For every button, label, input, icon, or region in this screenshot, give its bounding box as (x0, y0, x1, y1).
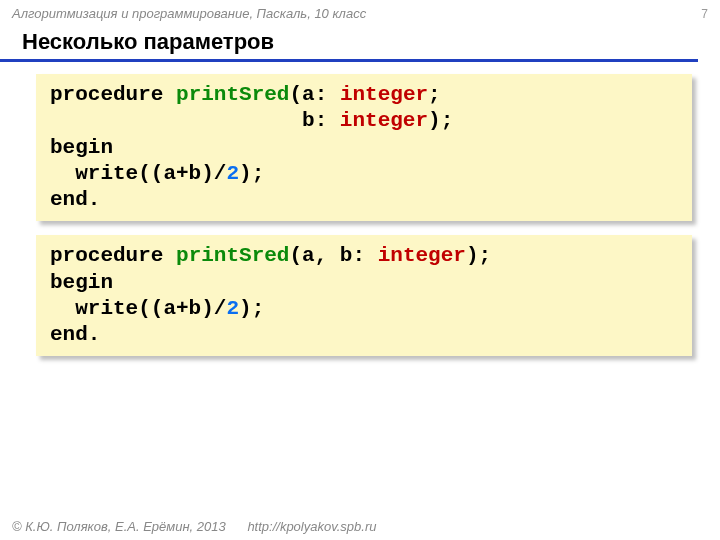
proc-name: printSred (176, 83, 289, 106)
course-title: Алгоритмизация и программирование, Паска… (12, 6, 366, 21)
code-block-1: procedure printSred(a: integer; b: integ… (36, 74, 692, 221)
code-text: ); (239, 162, 264, 185)
code-text: (a: (289, 83, 339, 106)
code-text: ); (239, 297, 264, 320)
code-text: write((a+b)/ (50, 297, 226, 320)
number: 2 (226, 297, 239, 320)
number: 2 (226, 162, 239, 185)
slide-title: Несколько параметров (0, 23, 720, 59)
keyword: begin (50, 136, 113, 159)
footer-url: http://kpolyakov.spb.ru (247, 519, 376, 534)
code-text: (a, b: (289, 244, 377, 267)
code-text: ); (428, 109, 453, 132)
code-text: write((a+b)/ (50, 162, 226, 185)
code-text: ; (428, 83, 441, 106)
keyword: procedure (50, 83, 176, 106)
slide-header: Алгоритмизация и программирование, Паска… (0, 0, 720, 23)
keyword: begin (50, 271, 113, 294)
code-text: b: (50, 109, 340, 132)
type-name: integer (340, 109, 428, 132)
copyright: © К.Ю. Поляков, Е.А. Ерёмин, 2013 (12, 519, 226, 534)
slide-footer: © К.Ю. Поляков, Е.А. Ерёмин, 2013 http:/… (12, 519, 376, 534)
title-underline (0, 59, 698, 62)
page-number: 7 (701, 7, 708, 21)
proc-name: printSred (176, 244, 289, 267)
code-text: ); (466, 244, 491, 267)
type-name: integer (340, 83, 428, 106)
type-name: integer (378, 244, 466, 267)
keyword: procedure (50, 244, 176, 267)
keyword: end. (50, 323, 100, 346)
keyword: end. (50, 188, 100, 211)
code-block-2: procedure printSred(a, b: integer); begi… (36, 235, 692, 356)
